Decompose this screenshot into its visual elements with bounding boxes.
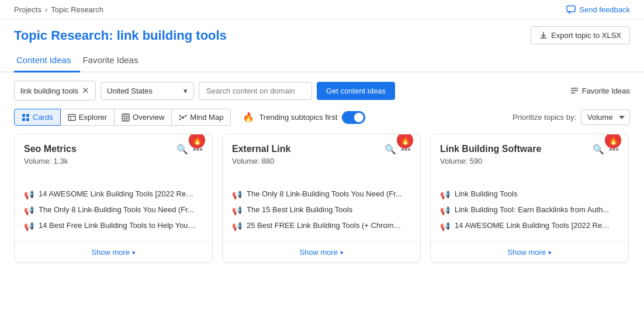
card-items-3: 📢 Link Building Tools 📢 Link Building To… (431, 179, 628, 241)
list-item: 📢 The Only 8 Link-Building Tools You Nee… (24, 202, 203, 218)
country-value: United States (107, 87, 153, 95)
svg-point-16 (182, 116, 184, 119)
megaphone-icon: 📢 (24, 190, 34, 199)
list-item: 📢 Link Building Tool: Earn Backlinks fro… (440, 202, 619, 218)
view-mindmap-button[interactable]: Mind Map (172, 109, 231, 126)
item-text: 14 AWESOME Link Building Tools [2022 Rev… (455, 221, 612, 230)
item-text: Link Building Tools (455, 189, 517, 198)
breadcrumb-current: Topic Research (51, 5, 103, 14)
show-more-button-3[interactable]: Show more ▾ (507, 248, 551, 257)
svg-line-20 (181, 116, 182, 117)
tab-content-ideas[interactable]: Content Ideas (14, 49, 80, 72)
top-bar: Projects › Topic Research Send feedback (0, 0, 644, 19)
trending-label: Trending subtopics first (259, 113, 337, 122)
country-arrow-icon: ▾ (183, 87, 188, 95)
clear-keyword-icon[interactable]: ✕ (82, 85, 89, 96)
fire-icon: 🔥 (243, 112, 254, 123)
card-items-2: 📢 The Only 8 Link-Building Tools You Nee… (223, 179, 420, 241)
svg-rect-8 (68, 115, 75, 120)
card-search-btn-2[interactable]: 🔍 (385, 144, 396, 155)
prioritize-select[interactable]: Volume (581, 109, 630, 125)
megaphone-icon: 📢 (24, 222, 34, 231)
svg-rect-5 (26, 114, 29, 117)
svg-rect-7 (26, 118, 29, 121)
card-title-2: External Link (232, 144, 290, 154)
prioritize-label: Prioritize topics by: (513, 113, 576, 122)
breadcrumb-sep: › (45, 5, 47, 14)
megaphone-icon: 📢 (440, 206, 450, 215)
item-text: 25 Best FREE Link Building Tools (+ Chro… (247, 221, 404, 230)
megaphone-icon: 📢 (232, 206, 242, 215)
arrow-down-icon: ▾ (340, 249, 344, 256)
list-item: 📢 The 15 Best Link Building Tools (232, 202, 411, 218)
card-header-3: Link Building Software Volume: 590 🔍 ••• (431, 134, 628, 165)
list-item: 📢 Link Building Tools (440, 186, 619, 202)
svg-rect-0 (567, 6, 575, 12)
country-selector[interactable]: United States ▾ (101, 82, 194, 100)
item-text: Link Building Tool: Earn Backlinks from … (455, 205, 609, 214)
item-text: The Only 8 Link-Building Tools You Need … (39, 205, 194, 214)
card-volume-1: Volume: 1.3k (24, 157, 77, 165)
cards-area: 🔥 Seo Metrics Volume: 1.3k 🔍 ••• 📢 14 AW… (0, 134, 644, 263)
card-items-1: 📢 14 AWESOME Link Building Tools [2022 R… (15, 179, 212, 241)
breadcrumb: Projects › Topic Research (14, 5, 103, 14)
view-cards-button[interactable]: Cards (14, 109, 61, 126)
svg-rect-4 (22, 114, 25, 117)
trending-toggle[interactable] (342, 111, 365, 124)
card-header-1: Seo Metrics Volume: 1.3k 🔍 ••• (15, 134, 212, 165)
list-item: 📢 The Only 8 Link-Building Tools You Nee… (232, 186, 411, 202)
breadcrumb-projects[interactable]: Projects (14, 5, 41, 14)
list-item: 📢 14 AWESOME Link Building Tools [2022 R… (440, 218, 619, 234)
card-search-btn-1[interactable]: 🔍 (176, 144, 188, 155)
trending-toggle-area: 🔥 Trending subtopics first (243, 111, 365, 124)
send-feedback-button[interactable]: Send feedback (566, 5, 630, 14)
list-item: 📢 25 Best FREE Link Building Tools (+ Ch… (232, 218, 411, 234)
card-footer-1: Show more ▾ (15, 241, 212, 262)
tab-favorite-ideas[interactable]: Favorite Ideas (80, 49, 147, 72)
view-explorer-button[interactable]: Explorer (61, 109, 115, 126)
item-text: 14 AWESOME Link Building Tools [2022 Rev… (39, 189, 196, 198)
favorite-ideas-button[interactable]: Favorite Ideas (570, 87, 630, 95)
tabs-bar: Content Ideas Favorite Ideas (0, 49, 644, 72)
export-button[interactable]: Export topic to XLSX (531, 26, 630, 44)
svg-rect-6 (22, 118, 25, 121)
megaphone-icon: 📢 (440, 190, 450, 199)
card-header-2: External Link Volume: 880 🔍 ••• (223, 134, 420, 165)
overview-view-icon (122, 113, 130, 122)
page-title: Topic Research: link building tools (14, 28, 227, 43)
mindmap-view-icon (179, 113, 187, 122)
card-link-building-software: 🔥 Link Building Software Volume: 590 🔍 •… (430, 134, 629, 263)
svg-rect-11 (122, 114, 129, 121)
card-footer-3: Show more ▾ (431, 241, 628, 262)
domain-search-input[interactable] (199, 82, 312, 100)
view-toolbar: Cards Explorer Overview Mind Map 🔥 Trend… (0, 109, 644, 134)
feedback-icon (566, 5, 576, 14)
search-keyword-pill[interactable]: link building tools ✕ (14, 81, 96, 101)
export-icon (539, 32, 548, 40)
fav-ideas-icon (570, 87, 579, 95)
view-overview-button[interactable]: Overview (115, 109, 172, 126)
card-external-link: 🔥 External Link Volume: 880 🔍 ••• 📢 The … (222, 134, 421, 263)
card-title-3: Link Building Software (440, 144, 541, 154)
card-volume-3: Volume: 590 (440, 157, 541, 165)
page-header: Topic Research: link building tools Expo… (0, 19, 644, 44)
megaphone-icon: 📢 (440, 222, 450, 231)
get-ideas-button[interactable]: Get content ideas (317, 82, 395, 100)
show-more-button-2[interactable]: Show more ▾ (299, 248, 343, 257)
arrow-down-icon: ▾ (132, 249, 136, 256)
keyword-value: link building tools (20, 87, 78, 95)
arrow-down-icon: ▾ (548, 249, 552, 256)
card-seo-metrics: 🔥 Seo Metrics Volume: 1.3k 🔍 ••• 📢 14 AW… (14, 134, 213, 263)
svg-line-21 (184, 116, 185, 117)
prioritize-area: Prioritize topics by: Volume (513, 109, 630, 125)
item-text: 14 Best Free Link Building Tools to Help… (39, 221, 196, 230)
list-item: 📢 14 AWESOME Link Building Tools [2022 R… (24, 186, 203, 202)
card-search-btn-3[interactable]: 🔍 (593, 144, 604, 155)
card-title-1: Seo Metrics (24, 144, 77, 154)
show-more-button-1[interactable]: Show more ▾ (91, 248, 135, 257)
card-volume-2: Volume: 880 (232, 157, 290, 165)
search-toolbar: link building tools ✕ United States ▾ Ge… (0, 72, 644, 109)
megaphone-icon: 📢 (24, 206, 34, 215)
card-footer-2: Show more ▾ (223, 241, 420, 262)
list-item: 📢 14 Best Free Link Building Tools to He… (24, 218, 203, 234)
